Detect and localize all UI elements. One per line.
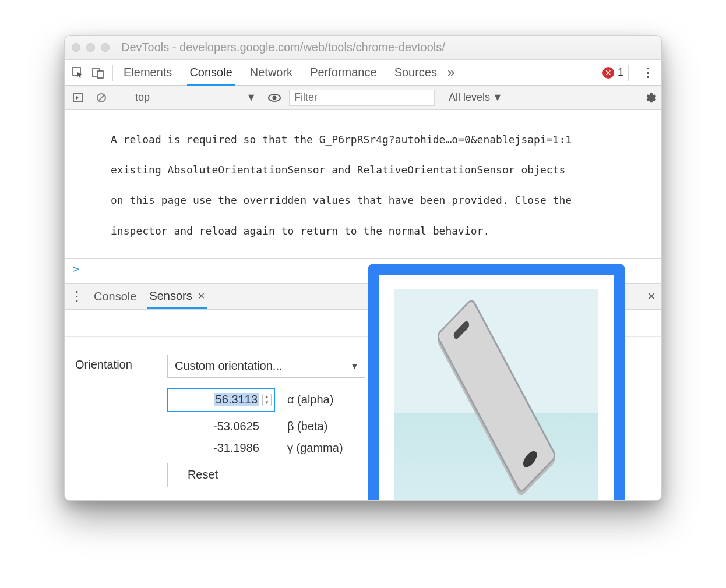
tab-sources[interactable]: Sources [392,60,439,86]
error-count-badge[interactable]: ✕ 1 [602,66,623,79]
close-tab-icon[interactable]: × [198,289,205,303]
reset-label: Reset [188,468,218,481]
execution-context-selector[interactable]: top ▼ [132,90,260,105]
console-output: A reload is required so that the G_P6rpR… [65,110,661,259]
live-expression-icon[interactable] [266,90,283,105]
main-tabs: Elements Console Network Performance Sou… [121,60,439,86]
drawer-tabs: Console Sensors × [91,284,207,309]
inspect-icon[interactable] [68,63,88,82]
main-menu-icon[interactable]: ⋮ [642,65,654,80]
separator [112,65,113,81]
console-text: on this page use the overridden values t… [111,194,572,206]
console-text: existing AbsoluteOrientationSensor and R… [111,164,565,176]
separator [121,90,121,106]
alpha-value: 56.3113 [214,393,259,406]
title-bar: DevTools - developers.google.com/web/too… [65,36,661,60]
beta-input[interactable]: -53.0625 [167,420,274,433]
beta-label: β (beta) [287,420,327,433]
console-text: A reload is required so that the [111,133,319,146]
window-title: DevTools - developers.google.com/web/too… [119,41,654,54]
device-model-icon[interactable] [436,297,557,495]
console-sidebar-toggle-icon[interactable] [69,90,87,105]
levels-label: All levels [449,91,490,104]
drawer-tab-label: Console [94,290,136,303]
tab-elements[interactable]: Elements [121,60,174,86]
device-toggle-icon[interactable] [88,63,108,82]
log-levels-selector[interactable]: All levels ▼ [449,91,503,104]
more-tabs-icon[interactable]: » [447,65,454,80]
orientation-preview[interactable] [394,289,598,501]
console-filter-input[interactable] [289,90,435,106]
drawer-tab-label: Sensors [149,289,192,303]
tab-performance[interactable]: Performance [308,60,379,86]
svg-point-7 [273,95,277,100]
select-value: Custom orientation... [175,359,283,373]
console-toolbar: top ▼ All levels ▼ [65,86,661,110]
drawer-menu-icon[interactable]: ⋮ [71,289,83,304]
alpha-label: α (alpha) [287,393,333,406]
chevron-down-icon: ▼ [492,91,503,104]
svg-line-5 [98,95,104,101]
traffic-lights [72,43,110,52]
console-text: inspector and reload again to return to … [111,225,489,237]
chevron-down-icon: ▼ [344,355,365,377]
separator [628,65,629,81]
error-icon: ✕ [602,67,614,79]
context-label: top [135,91,150,104]
tab-console[interactable]: Console [187,60,234,86]
orientation-select[interactable]: Custom orientation... ▼ [167,355,365,378]
minimize-dot[interactable] [86,43,95,52]
main-tabs-bar: Elements Console Network Performance Sou… [65,60,661,86]
reset-button[interactable]: Reset [167,463,238,487]
console-source-link[interactable]: G_P6rpRSr4g?autohide…o=0&enablejsapi=1:1 [319,133,572,146]
gamma-input[interactable]: -31.1986 [167,441,274,455]
drawer-tab-console[interactable]: Console [91,284,139,309]
alpha-input[interactable]: 56.3113 ▲▼ [167,388,274,412]
console-settings-icon[interactable] [644,91,657,104]
tab-network[interactable]: Network [248,60,295,86]
beta-value: -53.0625 [213,420,259,433]
clear-console-icon[interactable] [93,90,110,105]
gamma-label: γ (gamma) [287,441,343,455]
drawer-tab-sensors[interactable]: Sensors × [147,284,207,309]
orientation-preview-highlight [368,264,625,501]
drawer-close-icon[interactable]: × [647,288,655,304]
gamma-value: -31.1986 [213,441,259,454]
error-count: 1 [618,66,623,79]
svg-rect-2 [97,71,103,78]
orientation-label: Orientation [75,355,167,371]
zoom-dot[interactable] [101,43,110,52]
chevron-down-icon: ▼ [246,91,256,104]
close-dot[interactable] [72,43,80,52]
devtools-window: DevTools - developers.google.com/web/too… [64,35,662,501]
stepper-icon[interactable]: ▲▼ [262,394,272,406]
